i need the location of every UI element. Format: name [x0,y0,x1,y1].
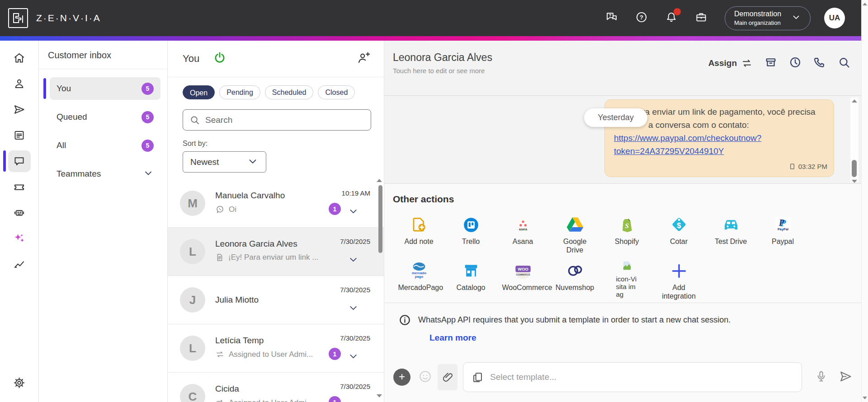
sidebar-item-campaigns[interactable] [0,97,38,122]
action-woocommerce[interactable]: WOO COMMERCE WooCommerce [497,258,549,300]
tab-scheduled[interactable]: Scheduled [265,85,314,99]
template-input-box[interactable] [463,362,802,392]
action-visita-broken[interactable]: icon-Visita imag [601,258,653,300]
conversation-row[interactable]: M Manuela Carvalho Oi 10:19 AM 1 [168,179,384,228]
phone-icon[interactable] [813,56,826,70]
conversation-row[interactable]: L Leonora Garcia Alves ¡Ey! Para enviar … [168,228,384,276]
help-icon[interactable]: ? [635,11,648,25]
organization-switcher[interactable]: Demonstration Main organization [725,6,811,30]
page-scrollbar[interactable] [861,0,868,402]
attachment-icon[interactable] [438,364,458,390]
sidebar-item-settings[interactable] [0,370,38,396]
message-time: 03:32 PM [798,160,827,173]
sidebar-item-news[interactable] [0,122,38,148]
add-note-icon [410,212,428,234]
action-shopify[interactable]: S Shopify [601,212,653,254]
add-contact-icon[interactable] [357,51,370,66]
sidebar-item-ai[interactable] [0,225,38,251]
document-icon [215,253,224,262]
conversation-time: 7/30/2025 [340,383,370,390]
conversation-list-panel: You Open Pending Scheduled Closed Sort b… [168,41,384,402]
chevron-down-icon[interactable] [348,206,359,219]
sidebar-item-home[interactable] [0,45,38,71]
scrollbar-thumb[interactable] [852,160,857,177]
inbox-filter-all[interactable]: All 5 [50,134,160,157]
action-mercadopago[interactable]: mercado pago MercadoPago [393,258,445,300]
chevron-down-icon[interactable] [348,254,359,267]
history-clock-icon[interactable] [789,56,802,70]
business-briefcase-icon[interactable] [695,11,708,25]
search-icon [189,115,200,125]
send-icon[interactable] [839,369,853,385]
inbox-filter-teammates[interactable]: Teammates [50,163,160,185]
scroll-up-arrow[interactable] [863,3,867,5]
brand-wordmark: Z·E·N·V·I·A [36,13,101,23]
chevron-down-icon[interactable] [348,399,359,402]
sidebar-item-contacts[interactable] [0,71,38,97]
archive-icon[interactable] [764,56,777,70]
list-scrollbar-thumb[interactable] [378,185,382,253]
payment-link[interactable]: token=24A37295V2044910Y [614,145,825,158]
transfer-icon [215,350,225,359]
action-paypal[interactable]: P P PayPal Paypal [757,212,809,254]
payment-link[interactable]: https://www.paypal.com/checkoutnow? [614,131,825,145]
microphone-icon[interactable] [815,370,828,385]
action-asana[interactable]: asana Asana [497,212,549,254]
tab-pending[interactable]: Pending [219,85,260,99]
svg-text:$: $ [677,221,681,230]
sidebar-item-tickets[interactable] [0,174,38,200]
plus-icon [670,258,688,280]
sort-dropdown[interactable]: Newest [183,151,266,173]
template-select-input[interactable] [490,372,793,382]
messages-scrollbar[interactable] [850,98,859,182]
svg-text:asana: asana [519,228,527,231]
action-google-drive[interactable]: Google Drive [549,212,601,254]
learn-more-link[interactable]: Learn more [429,333,861,343]
action-add-integration[interactable]: Add integration [653,258,705,300]
count-badge: 5 [142,111,154,123]
conversation-row[interactable]: J Julia Miotto 7/30/2025 [168,276,384,324]
search-box[interactable] [183,109,371,131]
action-trello[interactable]: Trello [445,212,497,254]
chevron-down-icon[interactable] [348,351,359,364]
tab-open[interactable]: Open [183,85,215,99]
add-button[interactable]: + [393,369,410,386]
action-nuvemshop[interactable]: Nuvemshop [549,258,601,300]
paypal-icon: P P PayPal [774,212,792,234]
inbox-filter-queued[interactable]: Queued 5 [50,106,160,128]
conversation-time: 7/30/2025 [340,286,370,294]
emoji-icon[interactable] [418,369,432,385]
action-catalogo[interactable]: Catalogo [445,258,497,300]
list-scrollbar-up[interactable] [377,179,382,182]
availability-power-icon[interactable] [213,51,226,66]
svg-text:pago: pago [415,275,423,279]
list-scrollbar-down[interactable] [377,394,382,397]
support-chat-icon[interactable]: ? [605,11,618,25]
avatar: L [180,336,205,361]
user-avatar[interactable]: UA [824,8,845,28]
action-test-drive[interactable]: Test Drive [705,212,757,254]
scroll-down-arrow[interactable] [863,397,867,399]
device-icon [789,163,796,170]
action-cotar[interactable]: $ Cotar [653,212,705,254]
conversation-row[interactable]: C Cicida Assigned to User Admi... 7/30/2… [168,373,384,402]
day-divider: Yesterday [584,108,647,127]
avatar: J [180,287,205,313]
inbox-filter-you[interactable]: You 5 [50,77,160,100]
search-icon[interactable] [838,56,850,70]
sidebar-item-analytics[interactable] [0,251,38,277]
sidebar-item-chats[interactable] [0,148,38,174]
top-header: Z·E·N·V·I·A ? ? [0,0,861,36]
scroll-down-arrow[interactable] [852,180,857,183]
assign-button[interactable]: Assign [708,57,753,69]
notifications-bell-icon[interactable] [665,11,678,25]
action-add-note[interactable]: Add note [393,212,445,254]
conversation-row[interactable]: L Letícia Temp Assigned to User Admi... … [168,324,384,373]
search-input[interactable] [205,115,364,125]
transfer-icon [215,398,225,402]
scroll-up-arrow[interactable] [852,99,857,103]
sidebar-item-bots[interactable] [0,200,38,225]
tab-closed[interactable]: Closed [318,85,355,99]
storefront-icon [462,258,480,280]
chevron-down-icon[interactable] [348,302,359,315]
